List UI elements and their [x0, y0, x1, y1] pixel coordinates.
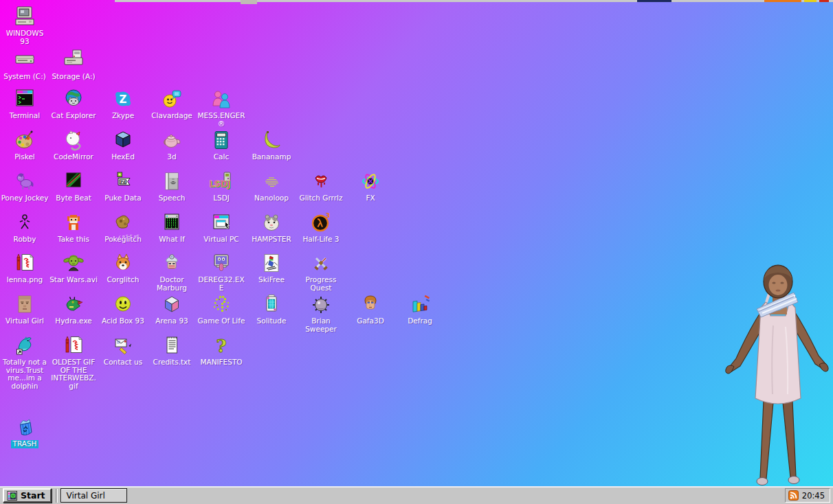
lambda-icon: 3 — [309, 211, 333, 233]
start-button[interactable]: Start — [3, 488, 52, 503]
icon-label: Star Wars.avi — [49, 276, 98, 284]
desktop-icon-puke-data[interactable]: PdPuke Data — [99, 170, 147, 203]
desktop-icon-manifesto[interactable]: ?MANIFESTO — [197, 334, 245, 367]
icon-label: Byte Beat — [56, 194, 91, 203]
desktop-icon-fx[interactable]: FX — [346, 170, 395, 203]
desktop-icon-skifree[interactable]: SkiFree — [247, 252, 296, 284]
dolphin-icon — [13, 334, 36, 356]
desktop-icon-gafa3d[interactable]: Gafa3D — [346, 293, 395, 325]
desktop-icon-oldest-gif[interactable]: OLDEST GIF OF THE INTERWEBZ.gif — [49, 334, 98, 390]
desktop-icon-progress-quest[interactable]: Progress Quest — [297, 252, 345, 292]
system-tray: 20:45 — [785, 488, 830, 503]
card-icon — [260, 293, 283, 315]
desktop[interactable]: WINDOWS 93System (C:)Storage (A:)Termina… — [0, 0, 833, 504]
desktop-icon-terminal[interactable]: Terminal — [1, 88, 49, 120]
icon-label: Virtual PC — [203, 236, 238, 244]
desktop-icon-credits-txt[interactable]: Credits.txt — [148, 334, 196, 367]
desktop-icon-robby[interactable]: Robby — [1, 211, 49, 244]
icon-label: Arena 93 — [155, 317, 188, 325]
desktop-icon-half-life-3[interactable]: 3Half-Life 3 — [297, 211, 345, 244]
desktop-icon-doctor-marburg[interactable]: Doctor Marburg — [148, 252, 196, 292]
mouthphoto-icon — [160, 170, 184, 192]
banana-icon — [260, 129, 283, 151]
desktop-icon-hampster[interactable]: HAMPSTER — [247, 211, 296, 244]
desktop-icon-dereg32-exe[interactable]: DEREG32.EXE — [197, 252, 245, 292]
desktop-icon-nanoloop[interactable]: Nanoloop — [247, 170, 296, 203]
desktop-icon-hexed[interactable]: HexEd — [99, 129, 147, 161]
desktop-icon-contact-us[interactable]: Contact us — [99, 334, 147, 367]
envelope-icon — [111, 334, 135, 356]
desktop-icon-trash[interactable]: TRASH — [1, 416, 49, 448]
icon-label: HexEd — [111, 153, 135, 161]
desktop-icon-windows-93[interactable]: WINDOWS 93 — [1, 5, 49, 45]
trashcan-icon — [13, 416, 36, 438]
blocks-icon — [408, 293, 432, 315]
desktop-icon-star-wars-avi[interactable]: Star Wars.avi — [49, 252, 98, 284]
hamster-icon — [260, 211, 283, 233]
icon-label: WINDOWS 93 — [1, 30, 49, 45]
desktop-icon-codemirror[interactable]: CodeMirror — [49, 129, 98, 161]
stickman-icon — [13, 211, 36, 233]
icon-label: LSDJ — [213, 194, 230, 203]
icon-label: Bananamp — [252, 153, 291, 161]
pdflag-icon: Pd — [111, 170, 135, 192]
desktop-icon-virtual-pc[interactable]: Virtual PC — [197, 211, 245, 244]
desktop-icon-take-this[interactable]: Take this — [49, 211, 98, 244]
desktop-icon-solitude[interactable]: Solitude — [247, 293, 296, 325]
taskbar-task-virtal-girl[interactable]: Virtal Girl — [60, 488, 127, 503]
desktop-icon-dolphin-virus[interactable]: Totally not a virus.Trust me...im a dolp… — [1, 334, 49, 390]
icon-label: Brian Sweeper — [297, 317, 345, 333]
desktop-icon-clavardage[interactable]: Clavardage — [148, 88, 196, 120]
desktop-icon-game-of-life[interactable]: Game Of Life — [197, 293, 245, 325]
desktop-icon-glitch-grrrlz[interactable]: Glitch Grrrlz — [297, 170, 345, 203]
desktop-icon-system-c[interactable]: System (C:) — [1, 49, 49, 81]
desktop-icon-speech[interactable]: Speech — [148, 170, 196, 203]
floppy-icon — [62, 49, 85, 71]
icon-label: Poney Jockey — [1, 194, 49, 203]
desktop-icon-brian-sweeper[interactable]: Brian Sweeper — [297, 293, 345, 333]
rss-icon[interactable] — [788, 490, 799, 501]
desktop-icon-lenna-png[interactable]: lenna.png — [1, 252, 49, 284]
corgi-icon — [111, 252, 135, 274]
desktop-icon-calc[interactable]: Calc — [197, 129, 245, 161]
desktop-icon-arena-93[interactable]: Arena 93 — [148, 293, 196, 325]
desktop-icon-virtual-girl[interactable]: Virtual Girl — [1, 293, 49, 325]
desktop-icon-3d[interactable]: 3d — [148, 129, 196, 161]
desktop-icon-defrag[interactable]: Defrag — [396, 293, 444, 325]
icon-label: Calc — [214, 153, 229, 161]
icon-label: FX — [366, 194, 375, 203]
yoda-icon — [62, 252, 85, 274]
icon-label: System (C:) — [3, 73, 46, 81]
desktop-icon-lsdj[interactable]: LSDJLSDJLSDJ — [197, 170, 245, 203]
start-label: Start — [21, 490, 45, 501]
desktop-icon-piskel[interactable]: Piskel — [1, 129, 49, 161]
icon-label: Doctor Marburg — [148, 276, 196, 292]
desktop-icon-bananamp[interactable]: Bananamp — [247, 129, 296, 161]
drive-icon — [13, 49, 36, 71]
icon-label: Defrag — [408, 317, 432, 325]
icon-label: Storage (A:) — [52, 73, 95, 81]
desktop-icon-poney-jockey[interactable]: Poney Jockey — [1, 170, 49, 203]
desktop-icon-what-if[interactable]: What If — [148, 211, 196, 244]
icon-label: 3d — [167, 153, 176, 161]
desktop-icon-cat-explorer[interactable]: Cat Explorer — [49, 88, 98, 120]
icon-label: Contact us — [104, 358, 142, 367]
icon-label: Clavardage — [151, 112, 192, 120]
desktop-icon-acid-box-93[interactable]: Acid Box 93 — [99, 293, 147, 325]
icon-label: Gafa3D — [357, 317, 384, 325]
desktop-icon-pokeglitch[interactable]: Pokég̃l̃ĩt̃c̃h̃ — [99, 211, 147, 244]
desktop-icon-storage-a[interactable]: Storage (A:) — [49, 49, 98, 81]
icon-label: MANIFESTO — [200, 358, 242, 367]
doctor-icon — [160, 252, 184, 274]
desktop-icon-hydra-exe[interactable]: Hydra.exe — [49, 293, 98, 325]
teapot-icon — [160, 129, 184, 151]
lips-icon — [309, 170, 333, 192]
desktop-icon-byte-beat[interactable]: Byte Beat — [49, 170, 98, 203]
virtual-girl-3d-model[interactable] — [718, 264, 833, 489]
palette-icon — [13, 129, 36, 151]
icon-label: Hydra.exe — [55, 317, 92, 325]
desktop-icon-messenger[interactable]: MESS.ENGER ® — [197, 88, 245, 128]
icon-label: Virtual Girl — [5, 317, 44, 325]
desktop-icon-corglitch[interactable]: Corglitch — [99, 252, 147, 284]
desktop-icon-zkype[interactable]: ZZkype — [99, 88, 147, 120]
